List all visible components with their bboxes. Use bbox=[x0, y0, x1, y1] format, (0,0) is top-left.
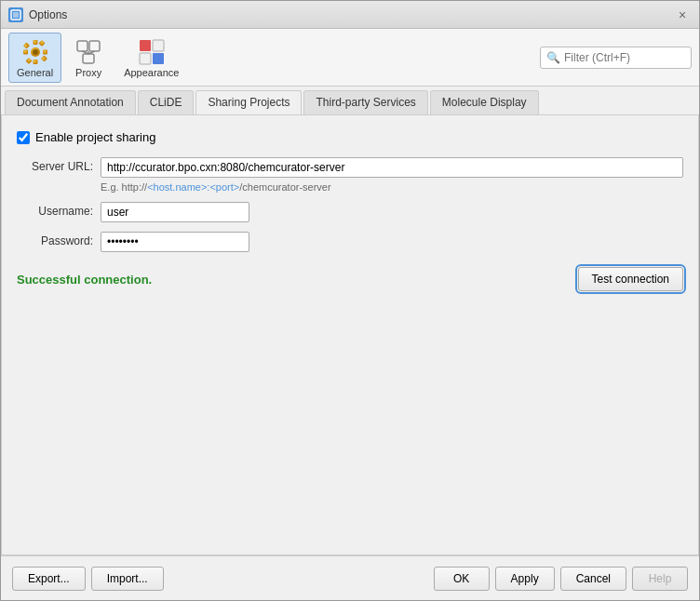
close-button[interactable]: × bbox=[673, 6, 692, 24]
enable-project-sharing-checkbox[interactable] bbox=[17, 131, 30, 144]
window-icon bbox=[8, 7, 23, 22]
tab-molecule-display[interactable]: Molecule Display bbox=[430, 90, 539, 114]
svg-rect-4 bbox=[33, 60, 37, 64]
enable-project-sharing-label[interactable]: Enable project sharing bbox=[35, 130, 155, 144]
svg-rect-14 bbox=[83, 54, 94, 63]
tab-clide[interactable]: CLiDE bbox=[138, 90, 195, 114]
username-input[interactable] bbox=[101, 202, 249, 222]
general-icon bbox=[20, 37, 50, 67]
toolbar: General Proxy bbox=[1, 29, 699, 87]
apply-button[interactable]: Apply bbox=[495, 567, 555, 591]
svg-rect-10 bbox=[23, 42, 30, 48]
window-title: Options bbox=[29, 8, 67, 21]
import-button[interactable]: Import... bbox=[91, 567, 164, 591]
server-url-input-group: E.g. http://<host.name>:<port>/chemcurat… bbox=[101, 157, 683, 193]
content-area: Enable project sharing Server URL: E.g. … bbox=[1, 115, 699, 555]
svg-rect-13 bbox=[89, 41, 100, 51]
toolbar-general-button[interactable]: General bbox=[8, 33, 61, 83]
tab-sharing-projects[interactable]: Sharing Projects bbox=[195, 90, 302, 114]
username-input-group bbox=[101, 202, 683, 222]
svg-rect-1 bbox=[13, 12, 19, 18]
username-label: Username: bbox=[17, 202, 101, 218]
toolbar-proxy-label: Proxy bbox=[75, 67, 101, 78]
svg-rect-12 bbox=[77, 41, 88, 51]
toolbar-buttons: General Proxy bbox=[8, 33, 187, 83]
footer-left-buttons: Export... Import... bbox=[12, 567, 164, 591]
options-window: Options × bbox=[0, 0, 700, 601]
svg-rect-20 bbox=[140, 53, 151, 64]
svg-rect-19 bbox=[153, 40, 164, 51]
filter-search-box[interactable]: 🔍 bbox=[540, 47, 692, 69]
svg-rect-18 bbox=[140, 40, 151, 51]
svg-rect-5 bbox=[43, 49, 47, 54]
search-icon: 🔍 bbox=[546, 51, 560, 64]
appearance-icon bbox=[137, 37, 167, 67]
title-bar-left: Options bbox=[8, 7, 67, 22]
connection-status: Successful connection. bbox=[17, 273, 152, 287]
tab-document-annotation[interactable]: Document Annotation bbox=[5, 90, 136, 114]
server-url-label: Server URL: bbox=[17, 157, 101, 173]
svg-rect-7 bbox=[38, 39, 45, 46]
enable-project-sharing-row: Enable project sharing bbox=[17, 130, 683, 144]
status-row: Successful connection. Test connection bbox=[17, 267, 683, 291]
password-label: Password: bbox=[17, 232, 101, 247]
tabs-bar: Document Annotation CLiDE Sharing Projec… bbox=[1, 87, 699, 115]
server-url-hint-placeholder: <host.name>:<port> bbox=[147, 181, 239, 193]
filter-input[interactable] bbox=[564, 51, 685, 64]
help-button: Help bbox=[632, 567, 688, 591]
toolbar-proxy-button[interactable]: Proxy bbox=[65, 33, 112, 83]
toolbar-appearance-button[interactable]: Appearance bbox=[115, 33, 187, 83]
toolbar-general-label: General bbox=[17, 67, 53, 78]
svg-rect-3 bbox=[33, 40, 37, 45]
footer-right-buttons: OK Apply Cancel Help bbox=[434, 567, 688, 591]
svg-rect-6 bbox=[23, 49, 28, 54]
svg-rect-8 bbox=[25, 57, 32, 63]
toolbar-appearance-label: Appearance bbox=[124, 67, 179, 78]
server-url-row: Server URL: E.g. http://<host.name>:<por… bbox=[17, 157, 683, 193]
svg-rect-9 bbox=[41, 55, 47, 61]
export-button[interactable]: Export... bbox=[12, 567, 86, 591]
proxy-icon bbox=[74, 37, 103, 67]
ok-button[interactable]: OK bbox=[434, 567, 490, 591]
svg-rect-21 bbox=[153, 53, 164, 64]
tab-third-party-services[interactable]: Third-party Services bbox=[303, 90, 427, 114]
password-row: Password: bbox=[17, 232, 683, 252]
footer: Export... Import... OK Apply Cancel Help bbox=[1, 555, 699, 600]
test-connection-button[interactable]: Test connection bbox=[578, 267, 683, 291]
password-input[interactable] bbox=[101, 232, 249, 252]
server-url-input[interactable] bbox=[101, 157, 683, 178]
cancel-button[interactable]: Cancel bbox=[560, 567, 626, 591]
title-bar: Options × bbox=[1, 1, 699, 29]
username-row: Username: bbox=[17, 202, 683, 222]
svg-point-11 bbox=[33, 49, 38, 55]
password-input-group bbox=[101, 232, 683, 252]
server-url-hint: E.g. http://<host.name>:<port>/chemcurat… bbox=[101, 181, 683, 193]
